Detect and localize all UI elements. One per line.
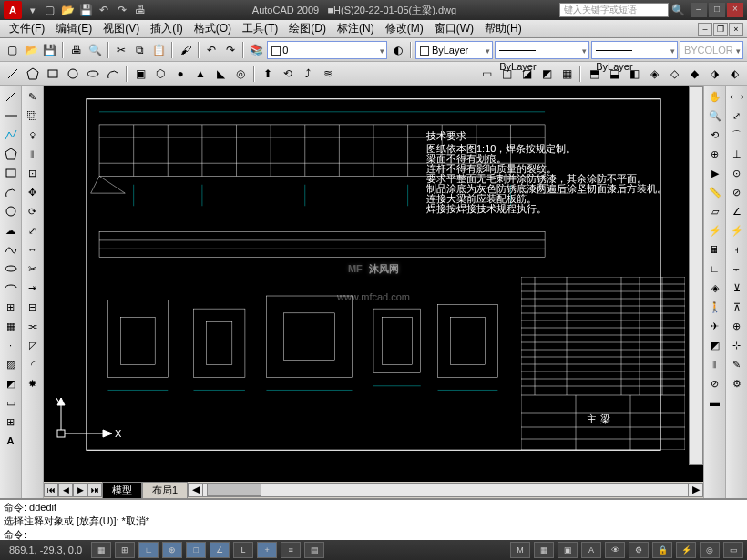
scale-tool-icon[interactable]: ⤢ (24, 221, 42, 239)
dimord-icon[interactable]: ⊥ (728, 145, 746, 163)
matchprop-icon[interactable]: 🖌 (177, 41, 194, 59)
wedge-icon[interactable]: ◣ (211, 65, 230, 83)
quickview-drawings-icon[interactable]: ▣ (558, 542, 578, 558)
tab-layout1[interactable]: 布局1 (142, 482, 188, 499)
line-tool-icon[interactable] (2, 87, 20, 106)
color-dropdown[interactable]: ByLayer (415, 41, 493, 59)
toolbar-lock-icon[interactable]: 🔒 (652, 542, 672, 558)
break-tool-icon[interactable]: ⊟ (24, 298, 42, 316)
ellipse-tool-icon[interactable] (2, 260, 20, 278)
minimize-button[interactable]: – (691, 3, 707, 17)
loft-icon[interactable]: ≋ (319, 65, 337, 83)
model-paper-toggle[interactable]: M (510, 542, 530, 558)
sphere-icon[interactable]: ● (171, 65, 189, 83)
tab-first-icon[interactable]: ⏮ (44, 483, 58, 497)
visual-style-conc-icon[interactable]: ▦ (558, 65, 576, 83)
coordinates-display[interactable]: 869.1, -29.3, 0.0 (4, 545, 87, 555)
region-tool-icon[interactable]: ▭ (2, 393, 20, 412)
revolve-icon[interactable]: ⟲ (279, 65, 297, 83)
copy-icon[interactable]: ⧉ (132, 41, 149, 59)
drawing-canvas[interactable]: 技术要求 图纸依本图1:10，焊条按规定制。 梁面不得有划痕。 连杆不得有影响质… (44, 86, 703, 482)
mdi-close-button[interactable]: × (729, 23, 743, 36)
dimarc-icon[interactable]: ⌒ (728, 126, 746, 144)
menu-help[interactable]: 帮助(H) (479, 19, 527, 38)
search-icon[interactable]: 🔍 (669, 1, 687, 19)
dimrad-icon[interactable]: ⊙ (728, 164, 746, 182)
redo-icon[interactable]: ↷ (222, 41, 240, 59)
tab-model[interactable]: 模型 (102, 482, 142, 499)
dimang-icon[interactable]: ∠ (728, 202, 746, 220)
hatch-tool-icon[interactable]: ▨ (2, 355, 20, 373)
tab-prev-icon[interactable]: ◀ (58, 483, 73, 497)
tab-next-icon[interactable]: ▶ (73, 483, 87, 497)
menu-browser-icon[interactable]: ▾ (26, 5, 40, 16)
cut-icon[interactable]: ✂ (113, 41, 130, 59)
osnap-toggle[interactable]: □ (186, 542, 206, 558)
snap-toggle[interactable]: ▦ (91, 542, 111, 558)
lwt-toggle[interactable]: ≡ (281, 542, 301, 558)
ducs-toggle[interactable]: L (233, 542, 253, 558)
trim-tool-icon[interactable]: ✂ (24, 260, 42, 278)
dimbreak-icon[interactable]: ⊼ (728, 298, 746, 316)
join-tool-icon[interactable]: ⫘ (24, 317, 42, 335)
qat-undo-icon[interactable]: ↶ (95, 1, 113, 19)
visual-style-real-icon[interactable]: ◩ (537, 65, 556, 83)
fly-icon[interactable]: ✈ (706, 317, 724, 335)
face-ucs-icon[interactable]: ◩ (706, 336, 724, 354)
move-tool-icon[interactable]: ✥ (24, 183, 42, 201)
qp-toggle[interactable]: ▤ (304, 542, 324, 558)
erase-tool-icon[interactable]: ✎ (24, 87, 42, 106)
menu-window[interactable]: 窗口(W) (429, 19, 479, 38)
polygon-tool-icon[interactable] (2, 145, 20, 163)
qat-save-icon[interactable]: 💾 (77, 1, 95, 19)
vertical-scrollbar[interactable] (689, 86, 703, 465)
mirror-tool-icon[interactable]: ⧬ (24, 126, 42, 144)
area-icon[interactable]: ▱ (706, 202, 724, 220)
app-logo[interactable]: A (4, 1, 22, 19)
mtext-tool-icon[interactable]: A (2, 432, 20, 450)
xline-tool-icon[interactable] (2, 107, 20, 125)
visual-style-2d-icon[interactable]: ▭ (477, 65, 496, 83)
print-icon[interactable]: 🖶 (67, 41, 85, 59)
circle-tool-icon[interactable] (2, 202, 20, 220)
command-line[interactable]: 命令: ddedit 选择注释对象或 [放弃(U)]: *取消* 命令: (0, 498, 747, 540)
isolate-icon[interactable]: ◎ (700, 542, 720, 558)
new-icon[interactable]: ▢ (4, 41, 21, 59)
annoscale-icon[interactable]: A (581, 542, 601, 558)
circle-icon[interactable] (64, 65, 82, 83)
help-search-input[interactable]: 键入关键字或短语 (559, 3, 669, 17)
menu-dimension[interactable]: 标注(N) (332, 19, 380, 38)
dyn-toggle[interactable]: + (257, 542, 277, 558)
menu-file[interactable]: 文件(F) (4, 19, 50, 38)
cylinder-icon[interactable]: ⬡ (151, 65, 169, 83)
dimlinear-icon[interactable]: ⟷ (728, 87, 746, 106)
qat-redo-icon[interactable]: ↷ (113, 1, 131, 19)
ellipsearc-tool-icon[interactable] (2, 279, 20, 297)
layer-manager-icon[interactable]: 📚 (248, 41, 265, 59)
sweep-icon[interactable]: ⤴ (299, 65, 317, 83)
view-neiso-icon[interactable]: ⬗ (705, 65, 723, 83)
pan-icon[interactable]: ✋ (706, 87, 724, 106)
paste-icon[interactable]: 📋 (150, 41, 168, 59)
box-icon[interactable]: ▣ (131, 65, 149, 83)
dimstyle-icon[interactable]: ⚙ (728, 374, 746, 392)
menu-modify[interactable]: 修改(M) (380, 19, 429, 38)
rotate-tool-icon[interactable]: ⟳ (24, 202, 42, 220)
explode-tool-icon[interactable]: ✸ (24, 374, 42, 392)
workspace-icon[interactable]: ⚙ (629, 542, 649, 558)
offset-tool-icon[interactable]: ⫴ (24, 145, 42, 163)
cleanscreen-icon[interactable]: ▭ (723, 542, 743, 558)
qat-new-icon[interactable]: ▢ (40, 1, 58, 19)
3dalign-icon[interactable]: ⫴ (706, 355, 724, 373)
view-seiso-icon[interactable]: ◆ (685, 65, 703, 83)
view-nwiso-icon[interactable]: ⬖ (725, 65, 743, 83)
fillet-tool-icon[interactable]: ◜ (24, 355, 42, 373)
grid-toggle[interactable]: ⊞ (115, 542, 135, 558)
spline-tool-icon[interactable] (2, 240, 20, 259)
rectangle-icon[interactable] (44, 65, 62, 83)
ellipse-icon[interactable] (84, 65, 102, 83)
array-tool-icon[interactable]: ⊡ (24, 164, 42, 182)
rect-tool-icon[interactable] (2, 164, 20, 182)
linetype-dropdown[interactable]: ByLayer (495, 41, 589, 59)
lineweight-dropdown[interactable]: ByLayer (591, 41, 678, 59)
